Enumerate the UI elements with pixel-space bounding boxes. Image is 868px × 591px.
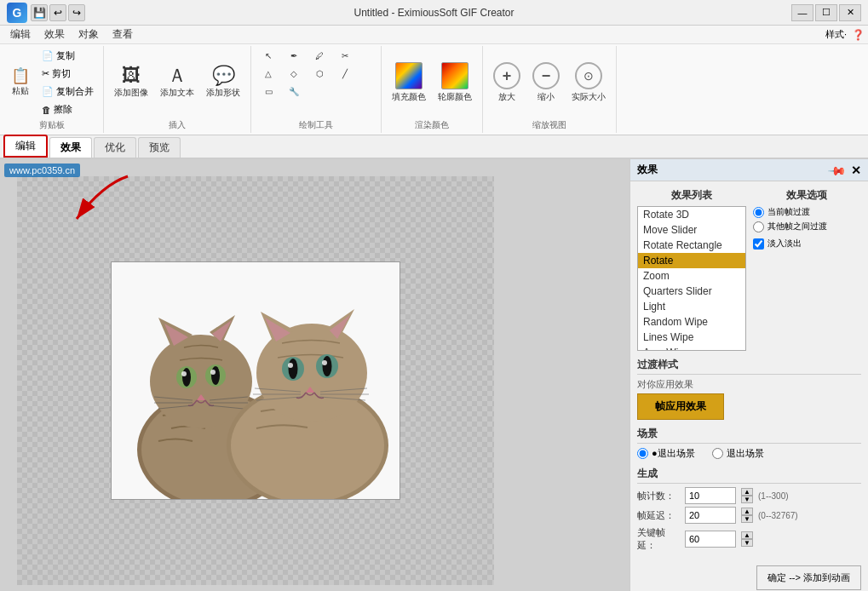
pen-tool[interactable]: ✒ xyxy=(282,48,306,64)
undo-icon[interactable]: ↩ xyxy=(49,4,66,21)
effect-light[interactable]: Light xyxy=(638,299,745,314)
frame-delay-down[interactable]: ▼ xyxy=(741,515,753,523)
tab-effect[interactable]: 效果 xyxy=(49,137,92,158)
style-label[interactable]: 样式· xyxy=(825,28,847,41)
insert-label: 插入 xyxy=(169,118,186,131)
zoom-in-icon: + xyxy=(493,62,520,89)
frame-count-label: 帧计数： xyxy=(637,490,680,502)
effect-arcs-wipe[interactable]: Arcs Wipe xyxy=(638,345,745,351)
confirm-button[interactable]: 确定 --> 添加到动画 xyxy=(756,565,861,590)
scene-radio-exit2[interactable]: 退出场景 xyxy=(712,447,764,460)
frame-count-spinner: ▲ ▼ xyxy=(741,488,753,503)
effect-move-slider[interactable]: Move Slider xyxy=(638,222,745,238)
radio-current-frame-input[interactable] xyxy=(753,207,764,218)
effect-random-wipe[interactable]: Random Wipe xyxy=(638,314,745,330)
minimize-button[interactable]: — xyxy=(791,4,813,21)
zoom-buttons: + 放大 − 缩小 ⊙ 实际大小 xyxy=(488,48,611,118)
checkbox-fade-label: 淡入淡出 xyxy=(767,238,802,250)
title-bar-left: G 💾 ↩ ↪ xyxy=(7,3,85,23)
redo-icon[interactable]: ↪ xyxy=(68,4,85,21)
tab-edit[interactable]: 编辑 xyxy=(3,135,48,158)
canvas-checkered[interactable] xyxy=(17,176,494,585)
maximize-button[interactable]: ☐ xyxy=(815,4,837,21)
menu-view[interactable]: 查看 xyxy=(106,26,140,43)
copy-merge-button[interactable]: 📄 复制合并 xyxy=(37,83,98,100)
frame-count-down[interactable]: ▼ xyxy=(741,496,753,503)
keyframe-delay-input[interactable] xyxy=(685,531,736,548)
eraser-tool[interactable]: ▭ xyxy=(256,83,280,100)
tab-preview[interactable]: 预览 xyxy=(138,137,181,158)
add-shape-icon: 💬 xyxy=(212,66,235,85)
right-panel: 效果 📌 ✕ 效果列表 Rotate 3D Move Slider Rotate… xyxy=(629,159,868,591)
checkbox-fade-input[interactable] xyxy=(753,238,764,250)
add-text-button[interactable]: Ａ 添加文本 xyxy=(155,63,199,102)
scene-radio-exit1-input[interactable] xyxy=(637,448,648,459)
clipboard-group: 📋 粘贴 📄 复制 ✂ 剪切 📄 复制合并 🗑 擦除 xyxy=(0,46,104,133)
panel-close-icon[interactable]: ✕ xyxy=(851,164,861,177)
help-icon[interactable]: ❓ xyxy=(852,29,865,41)
quick-access-toolbar: 💾 ↩ ↪ xyxy=(31,4,85,21)
zoom-label: 缩放视图 xyxy=(532,118,566,131)
options-title: 效果选项 xyxy=(753,188,862,203)
effect-zoom[interactable]: Zoom xyxy=(638,268,745,284)
radio-other-frames[interactable]: 其他帧之间过渡 xyxy=(753,221,862,232)
apply-label: 对你应用效果 xyxy=(637,378,861,391)
canvas-inner xyxy=(0,159,629,591)
scene-row: ●退出场景 退出场景 xyxy=(637,447,861,460)
menu-object[interactable]: 对象 xyxy=(72,26,106,43)
effect-rotate-rect[interactable]: Rotate Rectangle xyxy=(638,238,745,253)
shape-tool-2[interactable]: ◇ xyxy=(282,66,306,82)
shape-tool-1[interactable]: △ xyxy=(256,66,280,82)
save-icon[interactable]: 💾 xyxy=(31,4,48,21)
canvas-area[interactable]: www.pc0359.cn xyxy=(0,159,629,591)
brush-tool[interactable]: 🖊 xyxy=(308,48,331,64)
effect-rotate3d[interactable]: Rotate 3D xyxy=(638,207,745,222)
scene-radio-exit2-input[interactable] xyxy=(712,448,723,459)
menu-edit[interactable]: 编辑 xyxy=(3,26,37,43)
effects-list[interactable]: Rotate 3D Move Slider Rotate Rectangle R… xyxy=(637,206,746,351)
cut-button[interactable]: ✂ 剪切 xyxy=(37,66,98,82)
keyframe-delay-down[interactable]: ▼ xyxy=(741,539,753,547)
radio-current-frame[interactable]: 当前帧过渡 xyxy=(753,206,862,218)
select-tool[interactable]: ↖ xyxy=(256,48,280,64)
line-tool[interactable]: ╱ xyxy=(333,66,357,82)
frame-delay-range: (0--32767) xyxy=(758,511,798,520)
fill-color-button[interactable]: 填充颜色 xyxy=(387,59,431,106)
checkbox-fade[interactable]: 淡入淡出 xyxy=(753,238,862,250)
add-shape-button[interactable]: 💬 添加形状 xyxy=(201,63,245,102)
fill-color-icon xyxy=(395,62,423,89)
radio-other-frames-input[interactable] xyxy=(753,221,764,232)
svg-point-34 xyxy=(322,360,327,365)
frame-delay-input[interactable] xyxy=(685,507,736,524)
tab-optimize[interactable]: 优化 xyxy=(94,137,136,158)
paste-button[interactable]: 📋 粘贴 xyxy=(5,65,36,100)
frame-count-up[interactable]: ▲ xyxy=(741,488,753,496)
menu-effect[interactable]: 效果 xyxy=(37,26,72,43)
zoom-in-button[interactable]: + 放大 xyxy=(488,59,526,106)
effect-lines-wipe[interactable]: Lines Wipe xyxy=(638,330,745,345)
effect-quarters[interactable]: Quarters Slider xyxy=(638,284,745,299)
copy-button[interactable]: 📄 复制 xyxy=(37,48,98,64)
erase-button[interactable]: 🗑 擦除 xyxy=(37,101,98,118)
paste-icon: 📋 xyxy=(11,68,30,83)
app-logo: G xyxy=(7,3,27,23)
canvas-image xyxy=(111,261,400,500)
main-area: www.pc0359.cn xyxy=(0,159,868,591)
frame-count-input[interactable] xyxy=(685,487,736,504)
scene-radio-exit1[interactable]: ●退出场景 xyxy=(637,447,695,460)
line-icon: ╱ xyxy=(342,69,348,78)
zoom-out-button[interactable]: − 缩小 xyxy=(527,59,565,106)
frame-delay-up[interactable]: ▲ xyxy=(741,508,753,515)
keyframe-delay-up[interactable]: ▲ xyxy=(741,531,753,539)
close-button[interactable]: ✕ xyxy=(839,4,861,21)
fill-icon: 🔧 xyxy=(289,87,299,96)
shape-tool-3[interactable]: ⬡ xyxy=(308,66,331,82)
effect-rotate[interactable]: Rotate xyxy=(638,253,745,268)
actual-size-button[interactable]: ⊙ 实际大小 xyxy=(566,59,611,106)
fill-tool[interactable]: 🔧 xyxy=(282,83,306,100)
panel-pin-icon[interactable]: 📌 xyxy=(827,160,847,180)
add-image-button[interactable]: 🖼 添加图像 xyxy=(109,63,153,102)
crop-tool[interactable]: ✂ xyxy=(333,48,357,64)
outline-color-button[interactable]: 轮廓颜色 xyxy=(433,59,477,106)
apply-effect-button[interactable]: 帧应用效果 xyxy=(637,393,724,420)
